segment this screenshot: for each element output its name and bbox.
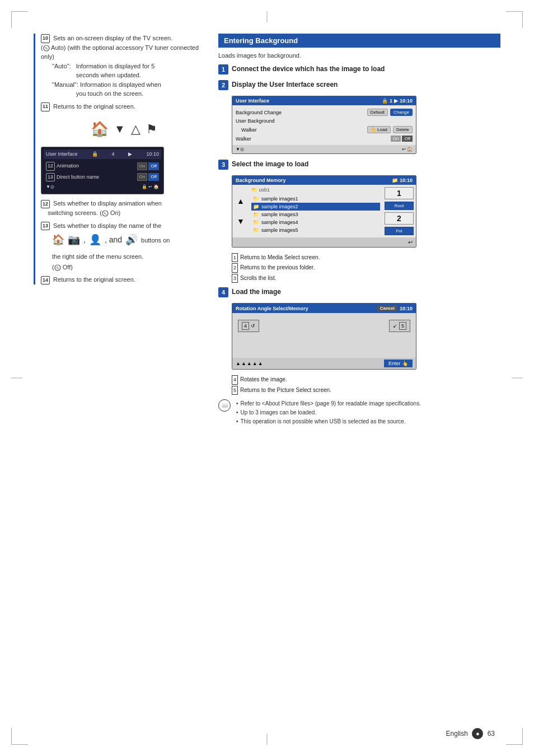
- step2-screen-header: User Interface 🔒 1 ▶ 10:10: [232, 96, 416, 105]
- step-3-row: 3 Select the image to load: [218, 160, 500, 170]
- left-screen-mockup: User Interface 🔒 4 ▶ 10:10 12 Animation …: [41, 147, 164, 195]
- corner-mark-tl: [11, 11, 28, 28]
- step2-toggle-on: On: [391, 136, 401, 142]
- item-13-text: Sets whether to display the name of the: [53, 222, 161, 229]
- step-2-row: 2 Display the User Interface screen: [218, 80, 500, 90]
- item-10-sub2: "Manual": Information is displayed when …: [52, 80, 207, 99]
- folder-item-1: 📁 sample images1: [251, 195, 380, 203]
- notes-list: • Refer to <About Picture files> (page 9…: [236, 399, 421, 426]
- animation-label: Animation: [57, 162, 137, 170]
- flag-icon: ⚑: [146, 120, 157, 138]
- step2-walker2-label: Walker: [236, 136, 391, 142]
- note-2: • Up to 3 images can be loaded.: [236, 408, 421, 417]
- step4-time: 10:10: [400, 306, 413, 311]
- down-arrow-icon: ▼: [114, 120, 125, 137]
- page-num-text: 63: [488, 730, 495, 738]
- step3-root-btn: Root: [385, 202, 414, 210]
- item-14: 14 Returns to the original screen.: [41, 275, 207, 284]
- step-1-text: Connect the device which has the image t…: [232, 64, 385, 73]
- step3-sub2-num: 2: [232, 263, 238, 272]
- and-sep: , and: [105, 234, 122, 246]
- step4-icons-row: 4 ↺ ↙ 5: [238, 318, 410, 334]
- step2-row-userbg: User Background: [236, 117, 413, 125]
- wrench-icon-12: ✎: [102, 210, 109, 217]
- step3-sub1-num: 1: [232, 253, 238, 262]
- step3-down-arrow: ▼: [237, 217, 245, 226]
- directbtn-on: On: [137, 173, 148, 181]
- item-number-14: 14: [41, 276, 50, 285]
- step4-num5: 5: [399, 322, 406, 330]
- center-mark-top: [267, 11, 268, 22]
- step2-screen-footer: ▼◎ ↩ 🏠: [232, 145, 416, 153]
- icon-btn-2: 📷: [68, 232, 80, 248]
- big-icons-row: 🏠 ▼ △ ⚑: [41, 118, 207, 140]
- item-10-sub1: "Auto": Information is displayed for 5 s…: [52, 62, 207, 80]
- note-3: • This operation is not possible when US…: [236, 417, 421, 426]
- corner-mark-tr: [506, 11, 523, 28]
- step2-lock-icon: 🔒: [382, 98, 388, 104]
- step4-screen: Rotation Angle Select/Memory Cancel 10:1…: [232, 303, 416, 370]
- note-text-1: Refer to <About Picture files> (page 9) …: [241, 399, 421, 408]
- item-number-11: 11: [41, 102, 50, 111]
- step3-up-arrow: ▲: [237, 197, 245, 206]
- screen-header: User Interface 🔒 4 ▶ 10:10: [44, 150, 161, 160]
- step4-sublist: 4 Rotates the image. 5 Returns to the Pi…: [232, 375, 500, 395]
- step2-screen-body: Background Change Default Change User Ba…: [232, 105, 416, 145]
- icon-buttons-row: 🏠 📷 , 👤 , and 🔊 buttons on: [52, 232, 207, 248]
- folder-icon-2: 📁: [253, 204, 259, 209]
- step2-default-btn: Default: [367, 109, 388, 116]
- note-bullet-1: •: [236, 399, 238, 408]
- directbtn-toggle: On Off: [137, 173, 159, 181]
- step-1-num: 1: [218, 64, 228, 74]
- folder-item-4: 📁 sample images4: [251, 218, 380, 226]
- step2-time: 10:10: [400, 98, 413, 104]
- house-icon: 🏠: [91, 118, 109, 140]
- folder-item-3: 📁 sample images3: [251, 211, 380, 218]
- screen-footer-icons: 🔒 ↩ 🏠: [142, 184, 159, 190]
- step3-folder-icon: 📁: [392, 178, 398, 183]
- step4-dots: ▲▲▲▲▲: [236, 361, 264, 366]
- directbtn-off: Off: [148, 173, 159, 181]
- corner-mark-br: [506, 728, 523, 745]
- screen-time: 10:10: [146, 151, 159, 158]
- page-number: English ● 63: [446, 728, 495, 739]
- folder-item-2: 📁 sample images2: [251, 203, 380, 211]
- step4-screen-body: 4 ↺ ↙ 5: [232, 313, 416, 358]
- step2-screen-title: User Interface: [236, 98, 269, 104]
- svg-text:✎: ✎: [45, 46, 48, 50]
- item-number-13: 13: [41, 222, 50, 231]
- step3-sub3-text: Scrolls the list.: [240, 274, 276, 283]
- triangle-icon: △: [131, 120, 140, 138]
- item-11: 11 Returns to the original screen.: [41, 102, 207, 111]
- step2-bgchange-label: Background Change: [236, 110, 365, 115]
- screen-row-directbtn: 13 Direct button name On Off: [44, 172, 161, 183]
- item-13: 13 Sets whether to display the name of t…: [41, 221, 207, 231]
- step2-screen-icons: 🔒 1 ▶ 10:10: [382, 98, 413, 104]
- wrench-icon-13: ✎: [54, 264, 61, 271]
- step2-screen: User Interface 🔒 1 ▶ 10:10 Background Ch…: [232, 96, 416, 154]
- item-number-12: 12: [41, 200, 50, 209]
- item-10-subitems: "Auto": Information is displayed for 5 s…: [52, 62, 207, 99]
- step4-sub2-text: Returns to the Picture Select screen.: [240, 386, 331, 395]
- buttons-label: buttons on: [141, 236, 170, 245]
- left-section-items: 10 Sets an on-screen display of the TV s…: [34, 34, 207, 284]
- item-13-text2: the right side of the menu screen.: [52, 252, 207, 262]
- step4-sub2: 5 Returns to the Picture Select screen.: [232, 386, 500, 395]
- step3-sub3-num: 3: [232, 274, 238, 283]
- screen-title: User Interface: [46, 151, 78, 158]
- screen-nav-icon: ▶: [128, 151, 132, 158]
- step4-cancel-btn: Cancel: [377, 305, 397, 311]
- step3-sub2-text: Returns to the previous folder.: [240, 263, 315, 272]
- step2-row-walker2: Walker On Off: [236, 134, 413, 143]
- step2-load-btn: 👆 Load: [367, 126, 391, 133]
- folder-name-3: sample images3: [261, 212, 298, 217]
- screen-row-animation: 12 Animation On Off: [44, 161, 161, 172]
- step3-sub3: 3 Scrolls the list.: [232, 274, 500, 283]
- screen-lock-icon: 🔒: [92, 151, 98, 158]
- corner-mark-bl: [11, 728, 28, 745]
- icon-btn-3: 👤: [89, 232, 101, 248]
- step2-change-btn: Change: [390, 109, 413, 116]
- step3-back-icon: ↩: [408, 239, 413, 245]
- step2-row-walker: Walker 👆 Load Delete: [241, 125, 413, 134]
- step-4-num: 4: [218, 287, 228, 297]
